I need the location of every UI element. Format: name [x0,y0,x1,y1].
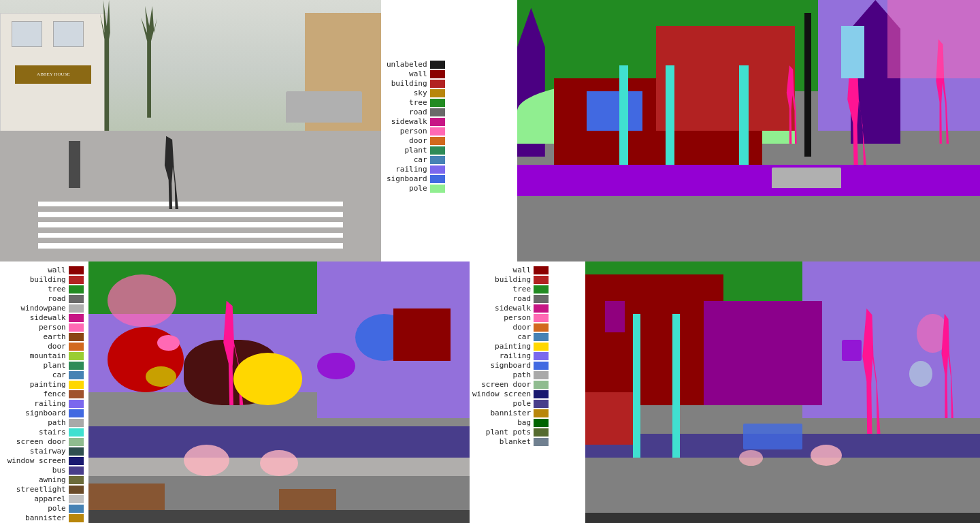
bottom-right-seg-panel [585,262,980,523]
legend-item: window screen [3,456,84,465]
legend-item: tree [3,285,84,294]
legend-item: railing [472,351,549,360]
legend-swatch [534,400,549,408]
legend-label: blanket [472,437,531,446]
legend-swatch [430,61,445,69]
legend-label: tree [3,285,66,294]
legend-item: road [3,294,84,303]
legend-swatch [534,295,549,303]
legend-item: apparel [3,494,84,503]
legend-item: building [387,79,445,88]
legend-item: building [472,275,549,284]
top-seg-panel [517,0,980,262]
top-legend-panel: unlabeledwallbuildingskytreeroadsidewalk… [381,0,517,262]
legend-item: plant [3,361,84,370]
legend-label: earth [3,332,66,341]
legend-swatch [534,266,549,274]
legend-label: sidewalk [3,313,66,322]
legend-item: bannister [472,409,549,417]
legend-label: railing [3,399,66,408]
legend-item: screen door [472,380,549,389]
legend-item: fence [3,390,84,398]
legend-swatch [534,438,549,446]
legend-swatch [430,137,445,145]
legend-swatch [534,390,549,398]
legend-item: plant [387,146,445,155]
legend-swatch [69,323,84,332]
legend-item: blanket [472,437,549,446]
legend-swatch [69,285,84,294]
top-seg-scene [517,0,980,262]
legend-swatch [534,428,549,437]
legend-item: path [3,418,84,427]
legend-swatch [534,276,549,284]
legend-item: railing [3,399,84,408]
legend-swatch [534,381,549,389]
bottom-left-seg-scene [88,262,470,523]
legend-label: awning [3,475,66,484]
legend-label: door [3,342,66,351]
legend-item: pole [387,184,445,193]
legend-label: road [3,294,66,303]
legend-swatch [69,304,84,313]
legend-label: windowpane [3,304,66,313]
legend-label: apparel [3,494,66,503]
legend-swatch [69,352,84,360]
legend-item: road [472,294,549,303]
bottom-left-legend-panel: wallbuildingtreeroadwindowpanesidewalkpe… [0,262,88,523]
legend-label: wall [387,69,427,78]
legend-item: path [472,370,549,379]
legend-label: bannister [472,409,531,417]
legend-item: window screen [472,390,549,398]
legend-swatch [69,371,84,379]
legend-label: person [3,323,66,332]
legend-swatch [69,457,84,465]
legend-swatch [69,343,84,351]
legend-swatch [534,352,549,360]
legend-label: painting [3,380,66,389]
legend-item: bus [3,466,84,475]
legend-label: screen door [3,437,66,446]
legend-label: railing [472,351,531,360]
legend-item: railing [387,165,445,174]
legend-item: car [472,332,549,341]
legend-swatch [430,156,445,164]
legend-item: awning [3,475,84,484]
legend-item: painting [3,380,84,389]
legend-swatch [69,333,84,341]
legend-item: door [387,136,445,145]
legend-label: unlabeled [387,60,427,69]
legend-swatch [534,323,549,332]
legend-label: path [472,370,531,379]
legend-item: signboard [3,409,84,417]
legend-swatch [69,381,84,389]
legend-label: mountain [3,351,66,360]
legend-swatch [430,146,445,155]
legend-label: bus [3,466,66,475]
legend-label: building [3,275,66,284]
legend-item: wall [387,69,445,78]
legend-swatch [534,285,549,294]
legend-label: bag [472,418,531,427]
legend-swatch [69,466,84,475]
legend-item: pole [472,399,549,408]
legend-swatch [69,486,84,494]
legend-label: wall [472,266,531,274]
legend-swatch [69,409,84,417]
legend-swatch [69,314,84,322]
legend-item: road [387,108,445,116]
legend-item: wall [3,266,84,274]
legend-swatch [534,304,549,313]
legend-swatch [69,438,84,446]
legend-swatch [69,362,84,370]
legend-swatch [430,127,445,136]
legend-swatch [69,419,84,427]
legend-swatch [430,70,445,78]
legend-label: wall [3,266,66,274]
photo-panel: ABBEY HOUSE [0,0,381,262]
legend-item: earth [3,332,84,341]
legend-swatch [534,409,549,417]
legend-swatch [534,333,549,341]
legend-swatch [534,371,549,379]
legend-swatch [430,175,445,183]
